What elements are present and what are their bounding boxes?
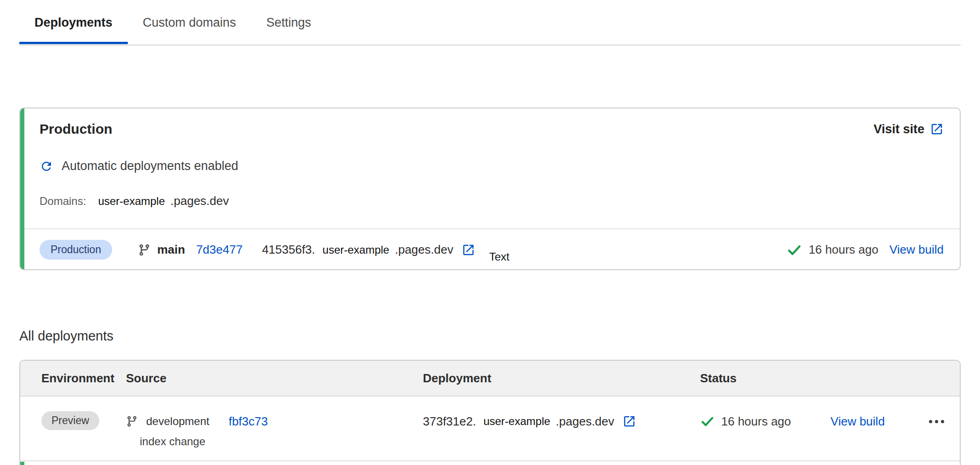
view-build-link[interactable]: View build [831,414,885,429]
column-header-status: Status [700,371,960,386]
domains-row: Domains: user-example .pages.dev [40,194,229,208]
commit-message: index change [140,435,423,448]
commit-hash-link[interactable]: fbf3c73 [228,414,268,429]
branch-name: development [146,415,209,428]
external-link-icon[interactable] [622,414,636,428]
git-branch-icon [138,244,151,256]
column-header-deployment: Deployment [423,371,700,386]
external-link-icon [930,122,944,136]
deployments-table: Environment Source Deployment Status Pre… [19,360,961,465]
source-cell: development fbf3c73 index change [126,411,423,448]
check-icon [700,414,715,429]
production-card: Production Visit site Automatic deployme… [19,108,961,270]
deployment-id: 373f31e2. [423,414,476,429]
annotation-label: Text [489,250,509,263]
pages-project-screen: Deployments Custom domains Settings Prod… [0,0,980,465]
environment-badge-preview: Preview [41,411,99,430]
check-icon [786,242,802,258]
all-deployments-heading: All deployments [19,329,114,344]
environment-cell: Preview [41,411,126,430]
deployment-suffix: .pages.dev [556,414,614,429]
table-header-row: Environment Source Deployment Status [20,361,960,397]
deployment-time: 16 hours ago [809,243,878,257]
deployment-domain: user-example [484,415,550,428]
row-divider [20,460,960,461]
production-card-title: Production [40,121,112,137]
deployment-cell: 373f31e2. user-example .pages.dev [423,411,700,431]
commit-hash-link[interactable]: 7d3e477 [196,243,243,257]
domain-suffix: .pages.dev [171,194,229,208]
deployment-id: 415356f3. [262,243,315,257]
column-header-environment: Environment [41,371,126,386]
tabs-baseline-divider [19,45,961,45]
production-accent-bar [20,108,24,269]
tab-deployments[interactable]: Deployments [19,4,128,44]
refresh-icon [40,159,53,173]
domain-name: user-example [98,195,165,208]
visit-site-link[interactable]: Visit site [873,122,944,136]
next-row-accent-bar [20,462,24,465]
tab-settings[interactable]: Settings [251,4,326,44]
more-options-button[interactable] [929,420,944,423]
environment-badge-production: Production [40,240,112,260]
table-row: Preview development fbf3c73 index change… [20,397,960,448]
tab-bar: Deployments Custom domains Settings [19,4,326,44]
domains-label: Domains: [40,195,86,208]
production-deployment-row: Production main 7d3e477 415356f3. user-e… [40,229,944,270]
external-link-icon[interactable] [462,243,475,257]
status-cell: 16 hours ago View build [700,411,960,431]
auto-deployments-status: Automatic deployments enabled [62,159,238,173]
deployment-time: 16 hours ago [721,414,791,429]
visit-site-label: Visit site [873,122,924,136]
deployment-domain: user-example [323,244,389,256]
git-branch-icon [126,415,138,427]
column-header-source: Source [126,371,423,386]
tab-custom-domains[interactable]: Custom domains [128,4,251,44]
deployment-suffix: .pages.dev [395,243,453,257]
branch-name: main [157,243,185,257]
view-build-link[interactable]: View build [889,243,944,257]
